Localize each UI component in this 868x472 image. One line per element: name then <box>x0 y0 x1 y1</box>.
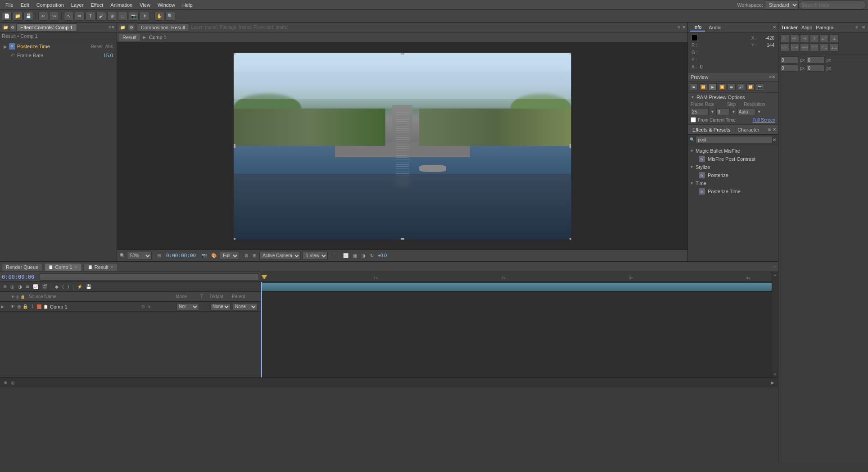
toolbar-camera-btn[interactable]: 📷 <box>129 12 139 21</box>
handle-topright[interactable] <box>570 53 571 54</box>
tl-parent-select-1[interactable]: None <box>233 303 258 310</box>
view-select[interactable]: 1 View <box>303 252 328 260</box>
tl-search-input[interactable] <box>40 273 259 281</box>
far-right-menu-icon[interactable]: ≡ <box>855 25 858 30</box>
tl-new-comp-icon[interactable]: ⊕ <box>2 284 8 290</box>
viewer-grid-icon[interactable]: ⊞ <box>156 253 162 259</box>
tl-solo-icon[interactable]: ◎ <box>9 284 16 290</box>
ram-skip-arrow[interactable]: ▼ <box>732 109 736 114</box>
workspace-select[interactable]: Standard <box>765 0 799 9</box>
distribute-top-btn[interactable]: ⊤⊤ <box>810 43 819 51</box>
tl-scroll-down[interactable]: ▼ <box>772 372 778 377</box>
preview-loop-btn[interactable]: 🔁 <box>746 83 755 91</box>
tl-scroll-thumb[interactable] <box>772 278 778 372</box>
tl-cache-icon[interactable]: ⚡ <box>76 284 84 290</box>
handle-bottomcenter[interactable] <box>401 238 404 240</box>
viewer-reset-icon[interactable]: ↻ <box>369 253 375 259</box>
preview-prev-btn[interactable]: ⏪ <box>699 83 707 91</box>
toolbar-select-btn[interactable]: ↖ <box>64 12 74 21</box>
quality-select[interactable]: Full <box>220 252 239 260</box>
ep-category-time[interactable]: ▼ Time <box>690 179 776 187</box>
info-tab[interactable]: Info <box>690 23 705 32</box>
toolbar-shape-btn[interactable]: □ <box>118 12 128 21</box>
toolbar-save-btn[interactable]: 💾 <box>23 12 33 21</box>
tl-track-area[interactable] <box>261 282 772 377</box>
toolbar-text-btn[interactable]: T <box>86 12 95 21</box>
viewer-toggle-icon[interactable]: ⊠ <box>243 253 249 259</box>
toolbar-light-btn[interactable]: ☀ <box>140 12 149 21</box>
ram-preview-header[interactable]: ▼ RAM Preview Options <box>691 95 775 100</box>
tl-keyframe-icon[interactable]: ◆ <box>54 284 60 290</box>
tl-timecode[interactable]: 0:00:00:00 <box>2 274 38 280</box>
ep-menu-icon[interactable]: ≡ <box>768 127 771 132</box>
tracker-tab[interactable]: Tracker <box>781 25 798 30</box>
menu-item-view[interactable]: View <box>136 1 154 9</box>
tl-prev-keyframe-icon[interactable]: ⟨ <box>61 284 65 290</box>
render-queue-tab[interactable]: Render Queue <box>2 263 42 271</box>
ep-search-input[interactable] <box>696 136 773 143</box>
tl-trkmat-select-1[interactable]: None <box>210 303 231 310</box>
tl-layer-solo-1[interactable]: ◎ <box>16 304 22 309</box>
ep-clear-btn[interactable]: ✕ <box>773 137 776 142</box>
tl-switch-2[interactable]: fx <box>146 304 152 309</box>
tl-layer-expand[interactable]: ▶ <box>1 304 4 309</box>
menu-item-edit[interactable]: Edit <box>17 1 33 9</box>
comp1-tab[interactable]: 📋 Comp 1 ✕ <box>44 263 82 271</box>
distribute-right-btn[interactable]: ⊣⊣ <box>800 43 809 51</box>
viewer-color-icon[interactable]: 🎨 <box>210 253 218 259</box>
menu-item-layer[interactable]: Layer <box>68 1 87 9</box>
tl-status-btn-1[interactable]: ⊕ <box>4 380 7 385</box>
far-right-close-icon[interactable]: ✕ <box>862 25 865 30</box>
toolbar-pen-btn[interactable]: ✏ <box>75 12 85 21</box>
timeline-minimize-icon[interactable]: ─ <box>773 264 776 269</box>
toolbar-undo-btn[interactable]: ↩ <box>38 12 48 21</box>
preview-play-btn[interactable]: ▶ <box>709 83 717 91</box>
menu-item-composition[interactable]: Composition <box>33 1 68 9</box>
ep-misfire-post-item[interactable]: fx MisFire Post Contrast <box>690 155 776 163</box>
ram-fullscreen-btn[interactable]: Full Screen <box>752 118 775 123</box>
info-panel-close[interactable]: ✕ <box>773 25 776 30</box>
align-bottom-edge-btn[interactable]: ⊥ <box>830 34 839 42</box>
preview-last-btn[interactable]: ⏭ <box>728 83 736 91</box>
ram-resolution-arrow[interactable]: ▼ <box>757 109 761 114</box>
tl-mode-select-1[interactable]: Nor <box>176 303 199 310</box>
align-right-edge-btn[interactable]: ⊣ <box>800 34 809 42</box>
para-input-1b[interactable] <box>807 56 825 64</box>
distribute-bottom-btn[interactable]: ⊥⊥ <box>830 43 839 51</box>
comp-panel-menu[interactable]: ≡ <box>678 25 680 30</box>
ram-from-current-checkbox[interactable] <box>691 117 696 123</box>
menu-item-help[interactable]: Help <box>179 1 196 9</box>
handle-middleright[interactable] <box>570 144 571 148</box>
menu-item-animation[interactable]: Animation <box>107 1 136 9</box>
effect-abs-btn[interactable]: Abs <box>105 44 113 49</box>
effect-row-posterize[interactable]: ▶ fx Posterize Time Reset Abs <box>2 42 115 51</box>
toolbar-brush-btn[interactable]: 🖌 <box>96 12 106 21</box>
align-top-edge-btn[interactable]: ⊤ <box>810 34 819 42</box>
tl-frame-blending-icon[interactable]: ◑ <box>17 284 23 290</box>
result-tab[interactable]: 📋 Result ✕ <box>84 263 118 271</box>
tl-ram-icon[interactable]: 💾 <box>85 284 93 290</box>
ep-category-stylize[interactable]: ▼ Stylize <box>690 163 776 171</box>
ep-effects-tab[interactable]: Effects & Presets <box>690 126 733 133</box>
viewer-render-icon[interactable]: ▦ <box>352 253 358 259</box>
tl-layer-track-1[interactable] <box>261 282 772 292</box>
tl-status-btn-3[interactable]: ▶ <box>771 380 774 385</box>
preview-next-btn[interactable]: ⏩ <box>718 83 726 91</box>
tl-scroll-up[interactable]: ▲ <box>772 272 778 278</box>
toolbar-new-btn[interactable]: 📄 <box>2 12 12 21</box>
preview-close-icon[interactable]: ✕ <box>772 74 775 79</box>
para-input-1a[interactable] <box>780 56 798 64</box>
handle-bottomright[interactable] <box>570 238 571 240</box>
ram-framerate-arrow[interactable]: ▼ <box>710 109 714 114</box>
toolbar-zoom-btn[interactable]: 🔍 <box>165 12 175 21</box>
sub-tab-result[interactable]: Result <box>119 34 140 41</box>
audio-tab[interactable]: Audio <box>705 24 725 31</box>
ram-framerate-input[interactable] <box>691 108 709 115</box>
result-tab-close[interactable]: ✕ <box>110 265 114 269</box>
handle-bottomleft[interactable] <box>234 238 235 240</box>
toolbar-clone-btn[interactable]: ⊕ <box>107 12 117 21</box>
viewer-grid2-icon[interactable]: ⊞ <box>251 253 258 259</box>
tl-graph-editor-icon[interactable]: 📈 <box>32 284 40 290</box>
toolbar-redo-btn[interactable]: ↪ <box>49 12 59 21</box>
align-left-edge-btn[interactable]: ⊢ <box>780 34 789 42</box>
